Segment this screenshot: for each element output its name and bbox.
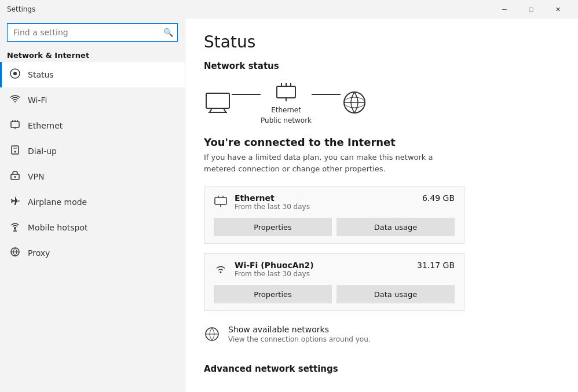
svg-rect-2 <box>11 122 19 127</box>
wifi-icon <box>9 93 21 107</box>
search-wrapper: 🔍 <box>0 19 185 46</box>
svg-rect-7 <box>12 146 19 154</box>
sidebar-item-airplane-label: Airplane mode <box>28 197 87 207</box>
show-networks-text: Show available networks View the connect… <box>228 325 371 343</box>
svg-point-8 <box>14 151 16 153</box>
network-diagram: Ethernet Public network <box>204 80 559 124</box>
ethernet-usage: 6.49 GB <box>422 193 455 203</box>
ethernet-label: Ethernet <box>271 106 301 114</box>
close-button[interactable]: ✕ <box>544 0 571 19</box>
sidebar-item-proxy-label: Proxy <box>28 248 50 258</box>
svg-rect-17 <box>206 93 229 108</box>
diagram-ethernet: Ethernet Public network <box>261 80 312 124</box>
sidebar: 🔍 Network & Internet Status <box>0 19 185 392</box>
sidebar-item-ethernet-label: Ethernet <box>28 121 63 130</box>
diagram-line-2 <box>312 94 341 95</box>
wifi-card-name: Wi-Fi (PhuocAn2) <box>235 261 410 270</box>
sidebar-item-proxy[interactable]: Proxy <box>0 240 185 266</box>
connection-info: You're connected to the Internet If you … <box>204 136 559 174</box>
svg-rect-21 <box>277 86 295 98</box>
wifi-card-header: Wi-Fi (PhuocAn2) From the last 30 days 3… <box>214 261 455 278</box>
show-networks-desc: View the connection options around you. <box>228 335 371 343</box>
ethernet-buttons: Properties Data usage <box>214 218 455 236</box>
show-networks-title: Show available networks <box>228 325 371 334</box>
sidebar-item-ethernet[interactable]: Ethernet <box>0 113 185 138</box>
connection-desc: If you have a limited data plan, you can… <box>204 152 464 174</box>
connection-heading: You're connected to the Internet <box>204 136 559 148</box>
svg-rect-29 <box>215 197 226 204</box>
app-body: 🔍 Network & Internet Status <box>0 19 578 392</box>
ethernet-properties-button[interactable]: Properties <box>214 218 332 236</box>
diagram-globe <box>341 89 368 116</box>
page-title: Status <box>204 32 559 52</box>
sidebar-item-wifi-label: Wi-Fi <box>28 96 47 105</box>
ethernet-card-sub: From the last 30 days <box>235 203 415 211</box>
network-status-title: Network status <box>204 61 559 71</box>
svg-point-1 <box>13 72 17 75</box>
sidebar-item-wifi[interactable]: Wi-Fi <box>0 87 185 113</box>
svg-point-33 <box>220 272 222 273</box>
wifi-properties-button[interactable]: Properties <box>214 285 332 303</box>
content-area: Status Network status <box>185 19 578 392</box>
switch-icon <box>275 80 298 104</box>
diagram-computer <box>204 91 232 114</box>
wifi-card-sub: From the last 30 days <box>235 270 410 278</box>
show-networks[interactable]: Show available networks View the connect… <box>204 320 464 350</box>
window-controls: ─ □ ✕ <box>491 0 571 19</box>
airplane-icon <box>9 195 21 209</box>
wifi-buttons: Properties Data usage <box>214 285 455 303</box>
sidebar-item-dialup[interactable]: Dial-up <box>0 138 185 164</box>
svg-line-18 <box>210 108 212 112</box>
ethernet-data-usage-button[interactable]: Data usage <box>336 218 455 236</box>
ethernet-card-name: Ethernet <box>235 193 415 203</box>
wifi-card-icon <box>214 262 228 278</box>
sidebar-item-status[interactable]: Status <box>0 62 185 87</box>
sidebar-item-airplane[interactable]: Airplane mode <box>0 189 185 215</box>
ethernet-sub: Public network <box>261 116 312 124</box>
sidebar-item-vpn[interactable]: VPN <box>0 164 185 189</box>
advanced-network-title: Advanced network settings <box>204 364 559 374</box>
svg-point-12 <box>14 227 16 229</box>
sidebar-category: Network & Internet <box>0 46 185 62</box>
wifi-info: Wi-Fi (PhuocAn2) From the last 30 days <box>235 261 410 278</box>
search-input[interactable] <box>7 23 178 42</box>
sidebar-item-dialup-label: Dial-up <box>28 146 57 156</box>
globe-icon <box>341 89 368 116</box>
vpn-icon <box>9 170 21 184</box>
show-networks-icon <box>204 326 220 345</box>
sidebar-item-hotspot-label: Mobile hotspot <box>28 223 88 232</box>
minimize-button[interactable]: ─ <box>491 0 518 19</box>
wifi-usage: 31.17 GB <box>417 261 455 270</box>
app-title: Settings <box>7 5 491 13</box>
status-icon <box>9 68 21 82</box>
sidebar-item-status-label: Status <box>28 70 54 79</box>
hotspot-icon <box>9 221 21 235</box>
sidebar-item-hotspot[interactable]: Mobile hotspot <box>0 215 185 240</box>
title-bar: Settings ─ □ ✕ <box>0 0 578 19</box>
maximize-button[interactable]: □ <box>518 0 544 19</box>
svg-point-11 <box>14 176 16 178</box>
search-container: 🔍 <box>7 23 178 42</box>
computer-icon <box>204 91 232 114</box>
ethernet-card: Ethernet From the last 30 days 6.49 GB P… <box>204 186 464 244</box>
ethernet-card-icon <box>214 195 228 211</box>
wifi-data-usage-button[interactable]: Data usage <box>336 285 455 303</box>
ethernet-icon <box>9 119 21 133</box>
ethernet-info: Ethernet From the last 30 days <box>235 193 415 211</box>
sidebar-item-vpn-label: VPN <box>28 172 45 181</box>
dialup-icon <box>9 144 21 158</box>
wifi-card: Wi-Fi (PhuocAn2) From the last 30 days 3… <box>204 253 464 311</box>
proxy-icon <box>9 246 21 260</box>
ethernet-card-header: Ethernet From the last 30 days 6.49 GB <box>214 193 455 211</box>
diagram-line-1 <box>232 94 261 95</box>
svg-line-19 <box>224 108 226 112</box>
